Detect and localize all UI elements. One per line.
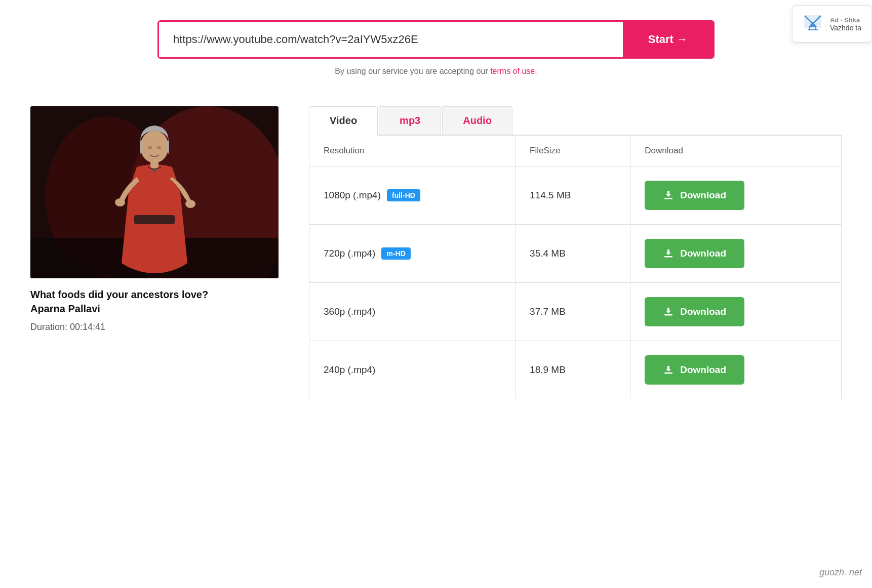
- svg-rect-20: [664, 314, 672, 316]
- download-cell: Download: [630, 166, 842, 225]
- col-resolution: Resolution: [309, 136, 516, 166]
- filesize-cell: 35.4 MB: [516, 225, 630, 283]
- table-header-row: Resolution FileSize Download: [309, 136, 842, 166]
- video-thumbnail: [30, 106, 279, 278]
- svg-point-17: [153, 170, 156, 173]
- download-button-3[interactable]: Download: [645, 355, 744, 385]
- filesize-cell: 37.7 MB: [516, 283, 630, 341]
- svg-rect-19: [664, 256, 672, 258]
- resolution-badge: full-HD: [387, 189, 420, 201]
- col-filesize: FileSize: [516, 136, 630, 166]
- resolution-cell: 1080p (.mp4)full-HD: [309, 166, 516, 225]
- ad-banner: Ad · Shka Vazhdo ta: [792, 5, 872, 43]
- filesize-cell: 18.9 MB: [516, 341, 630, 399]
- col-download: Download: [630, 136, 842, 166]
- download-icon: [663, 364, 674, 375]
- svg-point-16: [185, 200, 195, 208]
- ad-label: Ad · Shka: [830, 16, 861, 24]
- watermark: guozh. net: [819, 567, 862, 578]
- table-row: 720p (.mp4)m-HD35.4 MBDownload: [309, 225, 842, 283]
- download-button-2[interactable]: Download: [645, 297, 744, 326]
- download-cell: Download: [630, 341, 842, 399]
- download-cell: Download: [630, 283, 842, 341]
- download-table: Resolution FileSize Download 1080p (.mp4…: [309, 136, 842, 399]
- ad-subtitle: Vazhdo ta: [830, 24, 861, 32]
- tab-audio[interactable]: Audio: [442, 106, 512, 135]
- terms-link[interactable]: terms of use.: [490, 67, 537, 75]
- download-cell: Download: [630, 225, 842, 283]
- svg-point-14: [157, 146, 161, 149]
- ad-icon: [803, 12, 823, 36]
- video-duration: Duration: 00:14:41: [30, 322, 279, 332]
- resolution-cell: 360p (.mp4): [309, 283, 516, 341]
- download-button-1[interactable]: Download: [645, 239, 744, 268]
- table-row: 240p (.mp4)18.9 MBDownload: [309, 341, 842, 399]
- svg-point-13: [148, 146, 152, 149]
- download-icon: [663, 248, 674, 259]
- start-button[interactable]: Start →: [623, 22, 713, 57]
- svg-point-12: [140, 131, 169, 163]
- resolution-cell: 240p (.mp4): [309, 341, 516, 399]
- tabs: Video mp3 Audio: [309, 106, 842, 136]
- search-section: Ad · Shka Vazhdo ta https://www.youtube.…: [0, 0, 872, 86]
- video-title: What foods did your ancestors love? Apar…: [30, 287, 279, 316]
- svg-rect-18: [664, 198, 672, 199]
- tab-video[interactable]: Video: [309, 106, 378, 136]
- download-button-0[interactable]: Download: [645, 181, 744, 210]
- resolution-cell: 720p (.mp4)m-HD: [309, 225, 516, 283]
- terms-text: By using our service you are accepting o…: [30, 67, 842, 76]
- main-content: What foods did your ancestors love? Apar…: [0, 86, 872, 419]
- table-row: 1080p (.mp4)full-HD114.5 MBDownload: [309, 166, 842, 225]
- svg-rect-10: [134, 215, 175, 224]
- url-input[interactable]: https://www.youtube.com/watch?v=2aIYW5xz…: [159, 22, 623, 57]
- svg-point-15: [115, 198, 125, 206]
- download-icon: [663, 306, 674, 317]
- ad-text: Ad · Shka Vazhdo ta: [830, 16, 861, 32]
- resolution-badge: m-HD: [381, 247, 410, 260]
- search-bar: https://www.youtube.com/watch?v=2aIYW5xz…: [157, 20, 715, 59]
- tab-mp3[interactable]: mp3: [379, 106, 441, 135]
- download-panel: Video mp3 Audio Resolution FileSize Down…: [309, 106, 842, 399]
- filesize-cell: 114.5 MB: [516, 166, 630, 225]
- table-row: 360p (.mp4)37.7 MBDownload: [309, 283, 842, 341]
- svg-rect-21: [664, 372, 672, 374]
- download-icon: [663, 190, 674, 201]
- video-panel: What foods did your ancestors love? Apar…: [30, 106, 279, 332]
